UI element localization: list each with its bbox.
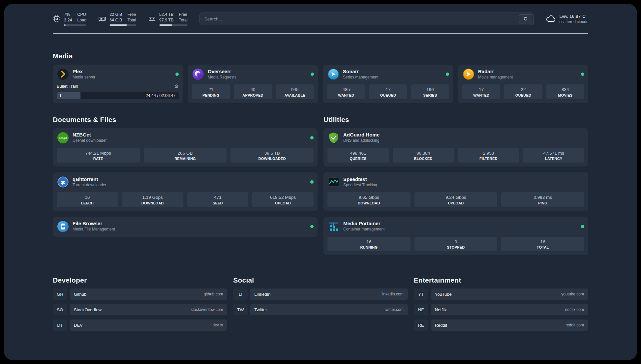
- portainer-header[interactable]: Media Portainer Container management: [327, 220, 584, 233]
- cpu-labels: CPU Load: [77, 12, 86, 23]
- stat-tile: 485WANTED: [327, 84, 365, 99]
- status-dot: [310, 180, 314, 184]
- stat-value: 744.21 Mbps: [57, 150, 139, 156]
- playback-progress-bar[interactable]: 24:44 / 02:06:47: [57, 92, 179, 99]
- bookmark-item[interactable]: NFNetflixnetflix.com: [414, 304, 588, 315]
- stat-tile: 47.571 msLATENCY: [523, 148, 584, 163]
- bookmark-item[interactable]: DTDEVdev.to: [53, 319, 227, 331]
- bookmark-abbr: GH: [53, 288, 67, 300]
- stats-row: 21PENDING40APPROVED945AVAILABLE: [192, 80, 314, 99]
- pause-icon[interactable]: [60, 94, 62, 97]
- status-dot: [311, 73, 314, 76]
- section-title-developer: Developer: [53, 276, 227, 284]
- bookmark-item[interactable]: TWTwittertwitter.com: [233, 304, 408, 315]
- weather-location: Lviv, 16.87°C: [560, 14, 588, 19]
- service-description: Movie management: [478, 75, 513, 80]
- service-description: Series management: [343, 75, 378, 80]
- filebrowser-header[interactable]: File Browser Media File Management: [57, 220, 314, 233]
- entertainment-bookmarks: Entertainment YTYouTubeyoutube.comNFNetf…: [414, 276, 588, 331]
- plex-icon: [57, 68, 69, 80]
- social-bookmarks: Social LILinkedInlinkedin.comTWTwittertw…: [233, 276, 408, 315]
- cpu-values: 7% 3.24: [64, 12, 72, 23]
- plex-header[interactable]: Plex Media server: [57, 68, 179, 80]
- media-card-row: Plex Media server Bullet Train ⚙ 24:44 /…: [53, 65, 588, 103]
- speedtest-header[interactable]: Speedtest Speedtest Tracking: [327, 176, 584, 188]
- bookmark-item[interactable]: LILinkedInlinkedin.com: [233, 288, 408, 300]
- nzbget-header[interactable]: nzbget NZBGet Usenet downloader: [57, 132, 314, 144]
- stat-label: DOWNLOAD: [328, 201, 410, 205]
- service-name: Speedtest: [343, 176, 377, 183]
- utilities-column: Utilities AdGuard Home DNS and adblockin…: [323, 116, 588, 261]
- status-dot: [175, 73, 179, 76]
- stat-label: SERIES: [412, 93, 448, 97]
- stat-label: MOVIES: [547, 93, 584, 97]
- service-name: Overseerr: [208, 69, 236, 75]
- stat-value: 498,461: [328, 150, 388, 156]
- stat-tile: 17QUEUED: [369, 84, 407, 99]
- bookmark-pill[interactable]: Redditreddit.com: [431, 319, 588, 331]
- adguard-header[interactable]: AdGuard Home DNS and adblocking: [327, 132, 584, 144]
- stat-label: WANTED: [328, 93, 364, 97]
- section-title-social: Social: [233, 276, 408, 284]
- stat-value: 485: [328, 87, 364, 93]
- bookmark-pill[interactable]: Netflixnetflix.com: [431, 304, 588, 315]
- service-description: Container management: [343, 227, 384, 232]
- stat-tile: 744.21 MbpsRATE: [57, 148, 140, 163]
- bookmark-pill[interactable]: DEVdev.to: [70, 319, 227, 331]
- cpu-usage-bar: [64, 24, 86, 26]
- service-description: DNS and adblocking: [343, 138, 380, 143]
- bookmark-item[interactable]: YTYouTubeyoutube.com: [414, 288, 588, 300]
- overseerr-header[interactable]: Overseerr Media Requests: [192, 68, 314, 80]
- stats-row: 16LEECH1.19 GbpsDOWNLOAD471SEED618.52 Mb…: [57, 188, 314, 207]
- cpu-widget: 7% 3.24 CPU Load: [53, 12, 86, 26]
- weather-widget: Lviv, 16.87°C scattered clouds: [546, 14, 588, 24]
- bookmark-url: twitter.com: [384, 307, 403, 312]
- portainer-card: Media Portainer Container management 16R…: [323, 217, 588, 256]
- section-title-utilities: Utilities: [323, 116, 588, 124]
- svg-text:nzbget: nzbget: [59, 136, 67, 139]
- stat-value: 16: [57, 195, 117, 200]
- bookmark-item[interactable]: SOStackOverflowstackoverflow.com: [53, 304, 227, 315]
- bookmark-name: Netflix: [435, 307, 447, 312]
- search-input[interactable]: [200, 13, 518, 25]
- bookmark-pill[interactable]: Githubgithub.com: [70, 288, 227, 300]
- resource-widgets: 7% 3.24 CPU Load: [53, 12, 188, 26]
- sonarr-card: Sonarr Series management 485WANTED17QUEU…: [323, 65, 453, 103]
- stat-tile: 618.52 MbpsUPLOAD: [252, 192, 314, 207]
- stat-value: 0: [415, 239, 497, 245]
- qbittorrent-header[interactable]: qb qBittorrent Torrent downloader: [57, 176, 314, 188]
- bookmark-item[interactable]: RERedditreddit.com: [414, 319, 588, 331]
- bookmark-pill[interactable]: LinkedInlinkedin.com: [250, 288, 408, 300]
- stat-label: APPROVED: [234, 93, 271, 97]
- stat-tile: 471SEED: [187, 192, 249, 207]
- bookmark-abbr: NF: [414, 304, 428, 315]
- settings-gear-icon[interactable]: ⚙: [174, 84, 179, 89]
- stats-row: 485WANTED17QUEUED196SERIES: [327, 80, 449, 99]
- sonarr-header[interactable]: Sonarr Series management: [327, 68, 449, 80]
- stat-tile: 40APPROVED: [234, 84, 272, 99]
- bookmark-item[interactable]: GHGithubgithub.com: [53, 288, 227, 300]
- stats-row: 17WANTED22QUEUED834MOVIES: [462, 80, 584, 99]
- stats-row: 498,461QUERIES86,384BLOCKED2,953FILTERED…: [327, 144, 584, 163]
- stat-label: PING: [502, 201, 584, 205]
- stat-value: 22: [505, 87, 541, 93]
- stat-value: 1.19 Gbps: [123, 195, 183, 200]
- stat-label: STOPPED: [415, 245, 497, 249]
- stat-value: 86,384: [393, 150, 453, 156]
- bookmark-pill[interactable]: Twittertwitter.com: [250, 304, 408, 315]
- stat-label: QUEUED: [505, 93, 541, 97]
- bookmark-pill[interactable]: StackOverflowstackoverflow.com: [70, 304, 227, 315]
- radarr-header[interactable]: Radarr Movie management: [462, 68, 584, 80]
- stat-label: UPLOAD: [415, 201, 497, 205]
- bookmark-url: youtube.com: [561, 292, 584, 296]
- stat-tile: 0STOPPED: [414, 237, 498, 252]
- bookmark-pill[interactable]: YouTubeyoutube.com: [431, 288, 588, 300]
- search-provider-button[interactable]: G: [519, 14, 532, 23]
- stat-value: 0.993 ms: [502, 195, 584, 200]
- stat-tile: 834MOVIES: [546, 84, 584, 99]
- adguard-card: AdGuard Home DNS and adblocking 498,461Q…: [323, 128, 588, 167]
- stat-label: UPLOAD: [253, 201, 313, 205]
- memory-values: 22 GiB 64 GiB: [109, 12, 122, 23]
- memory-widget: 22 GiB 64 GiB Free Total: [98, 12, 136, 26]
- radarr-icon: [462, 68, 475, 80]
